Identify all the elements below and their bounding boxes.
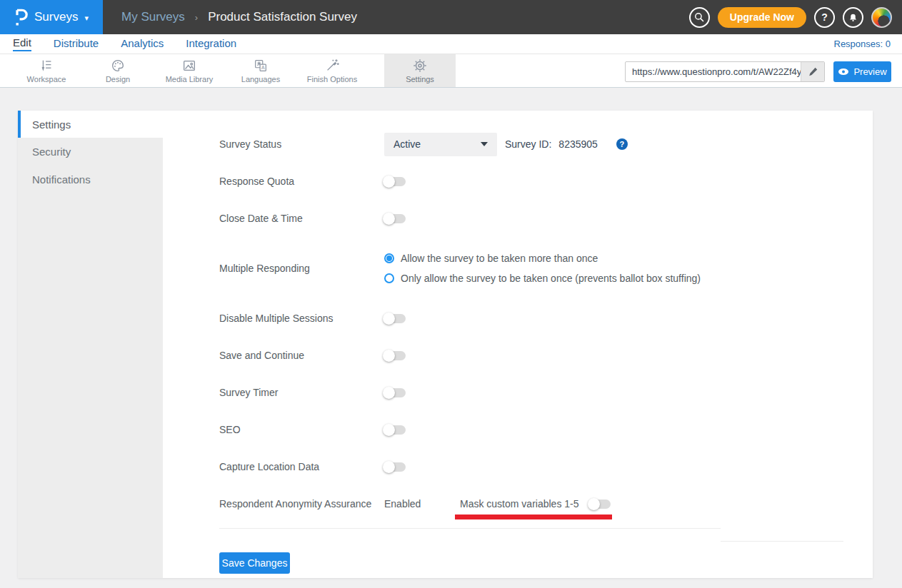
response-quota-toggle[interactable] <box>384 177 406 186</box>
close-date-time-toggle[interactable] <box>384 214 406 223</box>
user-avatar[interactable] <box>871 7 892 28</box>
chevron-down-icon <box>481 142 488 146</box>
nav-tab-edit[interactable]: Edit <box>13 36 31 51</box>
radio-allow-multiple[interactable]: Allow the survey to be taken more than o… <box>384 253 701 264</box>
nav-tab-analytics[interactable]: Analytics <box>121 37 164 51</box>
breadcrumb: My Surveys › Product Satisfaction Survey <box>121 10 357 24</box>
responses-count[interactable]: Responses: 0 <box>834 39 891 49</box>
capture-location-data-row: Capture Location Data <box>219 448 873 485</box>
sidebar-item-settings[interactable]: Settings <box>18 111 163 138</box>
edit-url-button[interactable] <box>801 62 824 81</box>
survey-id-label: Survey ID: <box>505 138 551 150</box>
help-button[interactable]: ? <box>814 7 835 28</box>
toolbar-tab-finish-options[interactable]: Finish Options <box>296 54 368 87</box>
toggle-knob <box>588 498 600 510</box>
close-date-time-row: Close Date & Time <box>219 200 873 237</box>
notifications-button[interactable] <box>843 7 863 28</box>
mask-custom-variables-toggle[interactable] <box>589 500 611 509</box>
top-header: Surveys ▾ My Surveys › Product Satisfact… <box>0 0 902 34</box>
anonymity-status-text: Enabled <box>384 498 460 510</box>
svg-text:A: A <box>261 65 265 70</box>
survey-url-field[interactable]: https://www.questionpro.com/t/AW22Zf4yN <box>625 61 825 82</box>
toggle-knob <box>383 313 395 325</box>
disable-multiple-sessions-toggle[interactable] <box>384 314 406 323</box>
design-palette-icon <box>109 58 126 74</box>
toolbar-tab-settings[interactable]: Settings <box>384 54 456 87</box>
toolbar-tab-label: Workspace <box>27 75 66 83</box>
mask-custom-variables-group: Mask custom variables 1-5 <box>460 498 611 510</box>
disable-multiple-sessions-label: Disable Multiple Sessions <box>219 313 384 324</box>
radio-unselected-icon[interactable] <box>384 273 394 283</box>
form-divider <box>219 528 721 529</box>
toggle-knob <box>383 213 395 225</box>
workspace-icon <box>38 58 55 74</box>
toolbar-tab-media-library[interactable]: Media Library <box>154 54 225 87</box>
respondent-anonymity-label: Respondent Anonymity Assurance <box>219 498 384 510</box>
radio-option-text: Only allow the survey to be taken once (… <box>401 273 701 284</box>
survey-timer-toggle[interactable] <box>384 388 406 397</box>
survey-status-label: Survey Status <box>219 138 384 150</box>
question-mark-icon: ? <box>821 11 828 23</box>
radio-only-once[interactable]: Only allow the survey to be taken once (… <box>384 273 701 284</box>
upgrade-now-button[interactable]: Upgrade Now <box>718 7 806 28</box>
multiple-responding-options: Allow the survey to be taken more than o… <box>384 253 701 284</box>
nav-tab-distribute[interactable]: Distribute <box>54 37 99 51</box>
respondent-anonymity-row: Respondent Anonymity Assurance Enabled M… <box>219 485 873 522</box>
multiple-responding-row: Multiple Responding Allow the survey to … <box>219 237 873 300</box>
product-name: Surveys <box>34 10 78 24</box>
languages-icon: A <box>252 58 269 74</box>
breadcrumb-separator-icon: › <box>195 12 198 23</box>
sidebar-item-security[interactable]: Security <box>18 138 163 166</box>
save-and-continue-toggle[interactable] <box>384 351 406 360</box>
toolbar-tab-workspace[interactable]: Workspace <box>11 54 82 87</box>
search-button[interactable] <box>689 7 710 28</box>
toolbar-tab-label: Media Library <box>166 75 214 83</box>
toolbar-tab-languages[interactable]: A Languages <box>225 54 296 87</box>
app-root: Surveys ▾ My Surveys › Product Satisfact… <box>0 0 902 588</box>
capture-location-data-toggle[interactable] <box>384 462 406 472</box>
mask-custom-variables-label: Mask custom variables 1-5 <box>460 498 579 510</box>
survey-timer-row: Survey Timer <box>219 374 873 411</box>
bell-icon <box>848 12 858 23</box>
disable-multiple-sessions-row: Disable Multiple Sessions <box>219 300 873 337</box>
multiple-responding-label: Multiple Responding <box>219 263 384 274</box>
form-divider-secondary <box>721 541 843 542</box>
survey-id-value: 8235905 <box>558 138 598 150</box>
survey-url-text[interactable]: https://www.questionpro.com/t/AW22Zf4yN <box>626 62 801 81</box>
close-date-time-label: Close Date & Time <box>219 213 384 224</box>
preview-button[interactable]: Preview <box>833 61 891 82</box>
toolbar-tab-label: Settings <box>406 75 434 83</box>
header-actions: Upgrade Now ? <box>689 7 902 28</box>
survey-id-help-icon[interactable]: ? <box>616 138 628 150</box>
survey-status-value: Active <box>394 138 421 150</box>
seo-label: SEO <box>219 424 384 435</box>
survey-nav: Edit Distribute Analytics Integration Re… <box>0 34 902 54</box>
toggle-knob <box>383 461 395 473</box>
settings-form: Survey Status Active Survey ID: 8235905 … <box>163 111 873 578</box>
seo-toggle[interactable] <box>384 425 406 435</box>
breadcrumb-survey-title: Product Satisfaction Survey <box>208 10 357 24</box>
settings-gear-icon <box>411 58 429 74</box>
capture-location-data-label: Capture Location Data <box>219 461 384 472</box>
toggle-knob <box>383 424 395 436</box>
settings-card: Settings Security Notifications Survey S… <box>18 111 873 578</box>
toggle-knob <box>383 350 395 362</box>
survey-status-select[interactable]: Active <box>384 133 497 156</box>
survey-status-row: Survey Status Active Survey ID: 8235905 … <box>219 126 873 163</box>
radio-selected-icon[interactable] <box>384 253 394 263</box>
pencil-icon <box>808 67 818 76</box>
toggle-knob <box>383 387 395 399</box>
seo-row: SEO <box>219 411 873 448</box>
nav-tab-integration[interactable]: Integration <box>186 37 236 51</box>
toolbar-tab-design[interactable]: Design <box>82 54 154 87</box>
settings-sidebar: Settings Security Notifications <box>18 111 163 578</box>
breadcrumb-my-surveys[interactable]: My Surveys <box>121 10 185 24</box>
toggle-knob <box>383 176 395 188</box>
radio-option-text: Allow the survey to be taken more than o… <box>401 253 598 264</box>
product-switcher[interactable]: Surveys ▾ <box>0 0 103 34</box>
save-changes-button[interactable]: Save Changes <box>219 552 290 574</box>
save-and-continue-row: Save and Continue <box>219 337 873 374</box>
sidebar-item-notifications[interactable]: Notifications <box>18 166 163 193</box>
response-quota-label: Response Quota <box>219 176 384 187</box>
questionpro-logo-icon <box>14 8 28 27</box>
